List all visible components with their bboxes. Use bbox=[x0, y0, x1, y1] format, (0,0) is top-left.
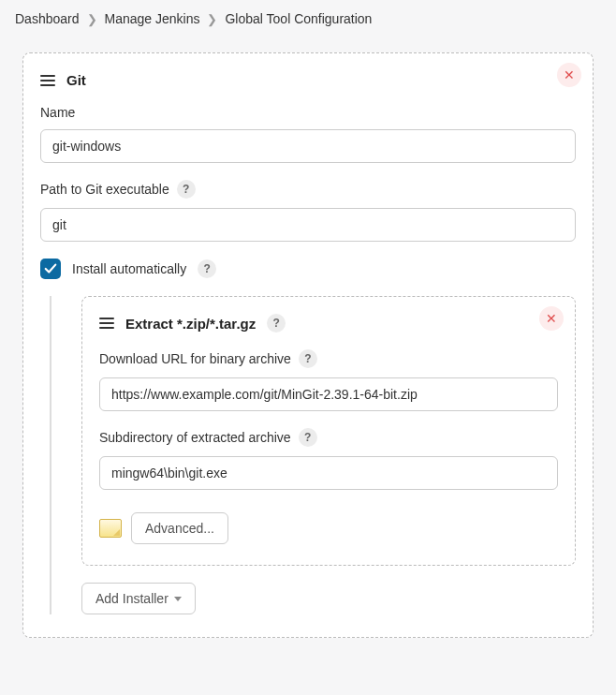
installer-section: ✕ Extract *.zip/*.tar.gz ? Download URL … bbox=[81, 296, 576, 566]
check-icon bbox=[44, 262, 57, 275]
path-label: Path to Git executable bbox=[40, 182, 169, 197]
name-label: Name bbox=[40, 105, 75, 120]
advanced-button[interactable]: Advanced... bbox=[131, 512, 228, 544]
close-button[interactable]: ✕ bbox=[539, 306, 564, 331]
path-input[interactable] bbox=[40, 208, 576, 242]
help-icon[interactable]: ? bbox=[299, 349, 317, 368]
close-button[interactable]: ✕ bbox=[557, 63, 581, 87]
url-label: Download URL for binary archive bbox=[99, 351, 291, 366]
add-installer-label: Add Installer bbox=[95, 591, 169, 606]
installer-title: Extract *.zip/*.tar.gz bbox=[125, 316, 256, 332]
chevron-right-icon: ❯ bbox=[207, 12, 217, 26]
name-input[interactable] bbox=[40, 129, 576, 163]
subdir-label: Subdirectory of extracted archive bbox=[99, 430, 291, 445]
url-input[interactable] bbox=[99, 377, 558, 411]
breadcrumb-manage-jenkins[interactable]: Manage Jenkins bbox=[105, 11, 200, 26]
chevron-right-icon: ❯ bbox=[87, 12, 97, 26]
help-icon[interactable]: ? bbox=[177, 180, 196, 199]
help-icon[interactable]: ? bbox=[267, 314, 286, 333]
help-icon[interactable]: ? bbox=[299, 428, 317, 447]
git-tool-section: ✕ Git Name Path to Git executable ? I bbox=[22, 52, 594, 638]
help-icon[interactable]: ? bbox=[198, 259, 216, 278]
add-installer-button[interactable]: Add Installer bbox=[81, 583, 196, 614]
drag-handle-icon[interactable] bbox=[99, 318, 114, 329]
breadcrumb-global-tool-config[interactable]: Global Tool Configuration bbox=[225, 11, 372, 26]
section-title: Git bbox=[66, 72, 86, 88]
install-auto-checkbox[interactable] bbox=[40, 259, 61, 279]
breadcrumb-dashboard[interactable]: Dashboard bbox=[15, 11, 80, 26]
drag-handle-icon[interactable] bbox=[40, 75, 55, 86]
note-icon bbox=[99, 519, 122, 538]
install-auto-label: Install automatically bbox=[72, 261, 186, 276]
subdir-input[interactable] bbox=[99, 456, 558, 490]
chevron-down-icon bbox=[174, 597, 182, 601]
breadcrumb: Dashboard ❯ Manage Jenkins ❯ Global Tool… bbox=[0, 0, 616, 37]
